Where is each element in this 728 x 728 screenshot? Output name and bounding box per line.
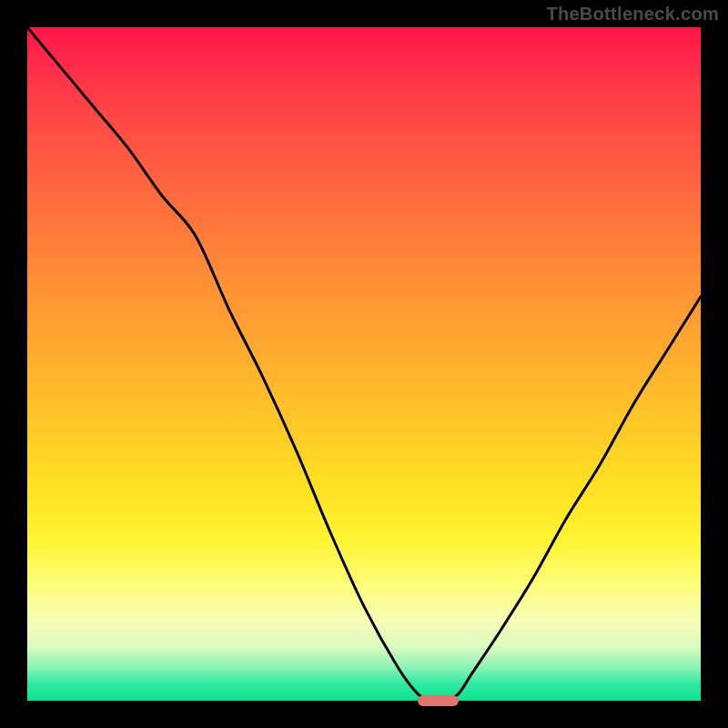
curve-svg: [27, 27, 701, 701]
optimal-range-marker: [418, 695, 458, 706]
chart-frame: TheBottleneck.com: [0, 0, 728, 728]
watermark-text: TheBottleneck.com: [546, 4, 719, 25]
plot-area: [27, 27, 701, 701]
bottleneck-curve: [27, 27, 701, 701]
